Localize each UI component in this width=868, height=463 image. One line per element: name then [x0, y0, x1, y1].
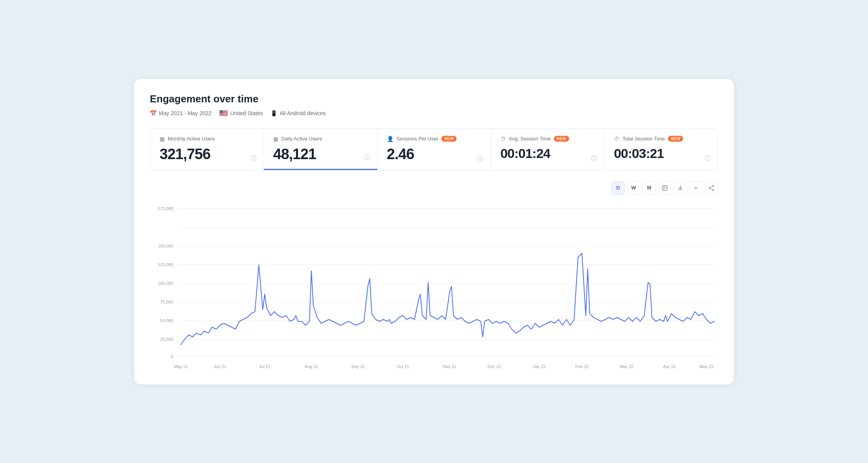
svg-text:Dec 21: Dec 21 [488, 364, 501, 369]
svg-text:75,000: 75,000 [160, 300, 173, 304]
svg-text:Sep 21: Sep 21 [351, 364, 365, 369]
svg-text:175,000: 175,000 [158, 206, 173, 211]
metric-ast[interactable]: ⏱ Avg. Session Time NEW 00:01:24 ⓘ [491, 129, 604, 170]
period-week-button[interactable]: W [627, 181, 640, 195]
mau-info-icon[interactable]: ⓘ [250, 155, 257, 163]
svg-line-7 [710, 188, 713, 189]
metric-spu[interactable]: 👤 Sessions Per User NEW 2.46 ⓘ [378, 129, 491, 170]
chart-svg: 175,000 150,000 125,000 100,000 75,000 5… [150, 201, 718, 372]
metric-mau-label: ▦ Monthly Active Users [160, 136, 254, 142]
period-day-button[interactable]: D [611, 181, 625, 195]
date-range-label: May 2021 - May 2022 [159, 110, 211, 116]
metric-spu-value: 2.46 [387, 146, 481, 163]
metric-tst-value: 00:03:21 [614, 146, 708, 161]
flag-icon: 🇺🇸 [219, 109, 228, 118]
svg-text:Oct 21: Oct 21 [397, 364, 409, 369]
svg-text:Aug 21: Aug 21 [305, 364, 318, 369]
metrics-row: ▦ Monthly Active Users 321,756 ⓘ ▦ Daily… [150, 128, 718, 170]
metric-ast-value: 00:01:24 [500, 146, 595, 161]
spu-new-badge: NEW [441, 136, 457, 142]
metric-tst-label: ⏱ Total Session Time NEW [614, 136, 708, 142]
svg-text:Nov 21: Nov 21 [443, 364, 457, 369]
dau-icon: ▦ [273, 136, 278, 142]
svg-point-3 [712, 185, 714, 187]
svg-text:Mar 22: Mar 22 [620, 364, 633, 369]
metric-dau-value: 48,121 [273, 146, 368, 163]
svg-text:Jul 21: Jul 21 [259, 364, 270, 369]
svg-text:50,000: 50,000 [160, 318, 173, 323]
spu-info-icon[interactable]: ⓘ [477, 155, 483, 163]
svg-text:25,000: 25,000 [160, 337, 173, 342]
filters-row: 📅 May 2021 - May 2022 🇺🇸 United States 📱… [150, 109, 718, 118]
share-button[interactable] [705, 181, 718, 195]
dau-info-icon[interactable]: ⓘ [364, 154, 370, 162]
svg-text:125,000: 125,000 [158, 262, 173, 267]
country-label: United States [230, 110, 263, 116]
svg-text:May 21: May 21 [174, 364, 188, 369]
svg-text:0: 0 [171, 354, 173, 359]
svg-text:May 22: May 22 [699, 364, 713, 369]
svg-text:150,000: 150,000 [158, 244, 173, 248]
chart-area: 175,000 150,000 125,000 100,000 75,000 5… [150, 201, 718, 372]
metric-tst[interactable]: ⏱ Total Session Time NEW 00:03:21 ⓘ [604, 129, 718, 170]
main-card: Engagement over time 📅 May 2021 - May 20… [134, 79, 734, 384]
country-filter[interactable]: 🇺🇸 United States [219, 109, 263, 118]
download-button[interactable] [674, 181, 687, 195]
export-excel-button[interactable] [658, 181, 671, 195]
metric-dau-label: ▦ Daily Active Users [273, 136, 368, 142]
metric-dau[interactable]: ▦ Daily Active Users 48,121 ⓘ [264, 129, 378, 170]
date-filter[interactable]: 📅 May 2021 - May 2022 [150, 110, 211, 116]
device-icon: 📱 [271, 110, 277, 116]
svg-text:100,000: 100,000 [158, 281, 173, 286]
metric-mau[interactable]: ▦ Monthly Active Users 321,756 ⓘ [150, 129, 264, 170]
ast-icon: ⏱ [500, 136, 506, 142]
device-filter[interactable]: 📱 All Android devices [271, 110, 325, 116]
tst-info-icon[interactable]: ⓘ [705, 155, 711, 163]
tst-new-badge: NEW [668, 136, 683, 142]
chart-toolbar: D W M + [150, 181, 718, 195]
metric-mau-value: 321,756 [160, 146, 254, 163]
mau-icon: ▦ [160, 136, 165, 142]
svg-text:Apr 22: Apr 22 [663, 364, 676, 369]
svg-line-6 [710, 186, 713, 187]
period-month-button[interactable]: M [643, 181, 656, 195]
tst-icon: ⏱ [614, 136, 619, 142]
svg-point-4 [712, 189, 714, 191]
ast-info-icon[interactable]: ⓘ [591, 155, 597, 163]
svg-text:Jun 21: Jun 21 [213, 364, 226, 369]
svg-text:Jan 22: Jan 22 [532, 364, 545, 369]
spu-icon: 👤 [387, 136, 394, 142]
add-button[interactable]: + [689, 181, 703, 195]
svg-text:Feb 22: Feb 22 [575, 364, 589, 369]
svg-rect-0 [662, 186, 667, 190]
calendar-icon: 📅 [150, 110, 156, 116]
metric-spu-label: 👤 Sessions Per User NEW [387, 136, 481, 142]
card-title: Engagement over time [150, 93, 718, 105]
device-label: All Android devices [279, 110, 325, 116]
ast-new-badge: NEW [554, 136, 569, 142]
svg-point-5 [709, 187, 710, 189]
metric-ast-label: ⏱ Avg. Session Time NEW [500, 136, 595, 142]
